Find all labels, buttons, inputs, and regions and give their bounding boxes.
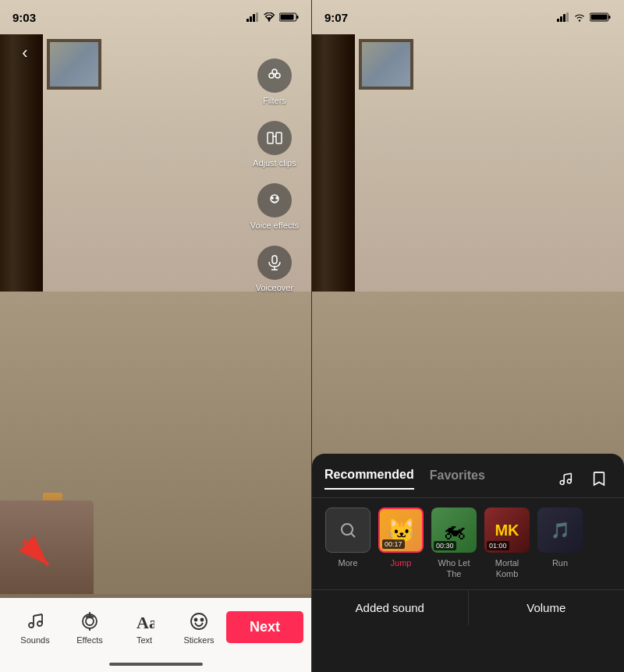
bottom-toolbar: Sounds Effects Aa Text	[0, 598, 311, 672]
sounds-label: Sounds	[20, 635, 49, 645]
sounds-icon	[24, 610, 46, 632]
run-art: 🎵	[551, 521, 570, 539]
text-toolbar-item[interactable]: Aa Text	[117, 610, 172, 645]
adjust-clips-label: Adjust clips	[253, 158, 296, 168]
svg-rect-17	[272, 256, 277, 263]
text-icon: Aa	[133, 610, 155, 632]
jump-duration: 00:17	[382, 539, 405, 549]
voiceover-button[interactable]: Voiceover	[256, 246, 293, 292]
svg-point-34	[201, 618, 204, 621]
svg-point-4	[268, 19, 270, 21]
stickers-icon	[188, 610, 210, 632]
svg-rect-41	[608, 16, 611, 19]
svg-line-21	[23, 540, 48, 565]
wholet-label: Who Let The	[431, 557, 477, 580]
track-run[interactable]: 🎵 Run	[537, 508, 583, 568]
status-icons-right	[557, 12, 612, 22]
svg-point-22	[29, 623, 34, 628]
picture-frame-right	[359, 39, 413, 90]
svg-line-26	[34, 614, 42, 616]
picture-art-right	[362, 42, 410, 87]
sound-volume-row: Added sound Volume	[312, 589, 624, 625]
svg-rect-42	[591, 15, 608, 20]
music-note-icon	[557, 471, 573, 486]
voice-effects-button[interactable]: Voice effects	[250, 183, 299, 230]
svg-line-49	[351, 533, 355, 537]
left-panel: 9:03 ‹	[0, 0, 312, 672]
sounds-toolbar-item[interactable]: Sounds	[8, 610, 62, 645]
search-icon	[339, 521, 357, 539]
home-indicator-left	[109, 663, 203, 666]
track-mortal[interactable]: MK 01:00 Mortal Komb	[484, 508, 530, 580]
svg-point-48	[342, 524, 353, 535]
text-icon-svg: Aa	[134, 611, 154, 631]
voiceover-icon-circle	[257, 246, 292, 280]
stickers-label: Stickers	[183, 635, 214, 645]
wholet-art: 🏍	[442, 517, 466, 543]
track-jump[interactable]: 🐱 00:17 Jump	[378, 508, 424, 568]
svg-rect-36	[560, 16, 562, 22]
svg-point-32	[191, 614, 207, 629]
voice-effects-icon-circle	[257, 183, 292, 218]
run-label: Run	[552, 557, 568, 568]
signal-icon-right	[557, 12, 569, 22]
svg-text:Aa: Aa	[136, 613, 154, 631]
svg-rect-2	[253, 14, 255, 22]
stickers-toolbar-item[interactable]: Stickers	[172, 610, 226, 645]
right-panel: 9:07 Recommended Favorites	[312, 0, 624, 672]
status-time-left: 9:03	[12, 11, 36, 24]
search-thumb	[325, 508, 370, 553]
svg-rect-1	[250, 16, 252, 22]
wholet-duration: 00:30	[434, 541, 456, 550]
adjust-clips-button[interactable]: Adjust clips	[253, 121, 296, 168]
svg-point-10	[272, 69, 277, 74]
adjust-clips-icon	[265, 129, 284, 147]
music-sheet-panel: Recommended Favorites	[312, 454, 624, 672]
status-time-right: 9:07	[324, 11, 348, 24]
track-wholet[interactable]: 🏍 00:30 Who Let The	[431, 508, 477, 580]
svg-rect-0	[246, 19, 249, 22]
effects-label: Effects	[76, 635, 102, 645]
effects-toolbar-item[interactable]: Effects	[62, 610, 117, 645]
track-wholet-thumb: 🏍 00:30	[431, 508, 477, 553]
svg-rect-38	[566, 12, 569, 22]
svg-point-23	[37, 621, 42, 626]
battery-icon-right	[590, 12, 612, 22]
next-button[interactable]: Next	[226, 611, 303, 643]
wifi-icon-right	[573, 12, 586, 22]
text-label: Text	[136, 635, 152, 645]
svg-rect-11	[268, 133, 273, 143]
added-sound-button[interactable]: Added sound	[312, 590, 469, 625]
svg-rect-12	[276, 133, 282, 143]
jump-label: Jump	[391, 557, 412, 568]
svg-rect-35	[557, 19, 559, 22]
tab-recommended[interactable]: Recommended	[324, 468, 414, 490]
back-chevron-icon: ‹	[22, 43, 27, 63]
mortal-duration: 01:00	[487, 541, 509, 550]
bookmark-icon-btn[interactable]	[587, 466, 612, 491]
voice-effects-label: Voice effects	[250, 221, 299, 230]
red-arrow-indicator	[16, 532, 62, 582]
status-icons-left	[246, 12, 299, 22]
music-note-icon-btn[interactable]	[552, 466, 577, 491]
filters-icon-circle	[257, 58, 292, 93]
mortal-art: MK	[495, 522, 519, 539]
tab-favorites[interactable]: Favorites	[430, 469, 485, 489]
search-label: More	[338, 557, 357, 568]
arrow-icon	[16, 532, 62, 579]
track-jump-thumb: 🐱 00:17	[378, 508, 424, 553]
wifi-icon	[263, 12, 275, 22]
track-mortal-thumb: MK 01:00	[484, 508, 530, 553]
track-search-item[interactable]: More	[324, 508, 371, 568]
svg-point-15	[271, 197, 273, 199]
svg-point-28	[86, 617, 94, 625]
back-button[interactable]: ‹	[12, 41, 37, 65]
svg-point-33	[195, 618, 197, 621]
filters-icon	[265, 66, 284, 85]
volume-button[interactable]: Volume	[469, 590, 625, 625]
music-tabs-bar: Recommended Favorites	[312, 454, 624, 498]
bookmark-icon	[592, 471, 606, 486]
music-track-list: More 🐱 00:17 Jump 🏍 00:30 Who Let The	[312, 498, 624, 589]
voice-effects-icon	[265, 191, 284, 210]
filters-button[interactable]: Filters	[257, 58, 292, 105]
